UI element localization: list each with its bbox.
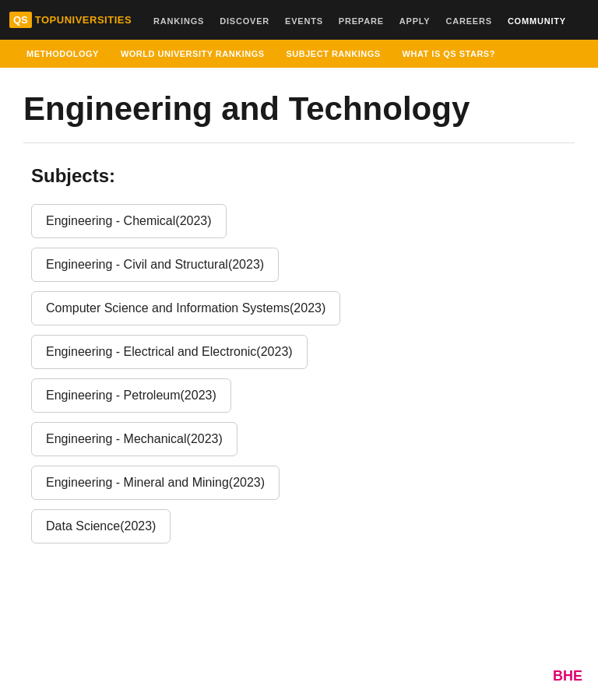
page-title: Engineering and Technology bbox=[23, 91, 575, 127]
nav-item-apply[interactable]: APPLY bbox=[392, 13, 438, 27]
nav-item-careers[interactable]: CAREERS bbox=[438, 13, 499, 27]
subject-item-mech[interactable]: Engineering - Mechanical(2023) bbox=[31, 422, 237, 456]
logo-text: TOPUNIVERSITIES bbox=[35, 14, 132, 26]
nav-item-discover[interactable]: DISCOVER bbox=[212, 13, 277, 27]
logo-universities: UNIVERSITIES bbox=[57, 14, 132, 26]
logo[interactable]: QS TOPUNIVERSITIES bbox=[9, 12, 132, 28]
subject-item-civil[interactable]: Engineering - Civil and Structural(2023) bbox=[31, 248, 279, 282]
nav-link-rankings[interactable]: RANKINGS bbox=[146, 16, 212, 26]
subnav-qs-stars[interactable]: WHAT IS QS STARS? bbox=[392, 40, 506, 68]
subject-item-petro[interactable]: Engineering - Petroleum(2023) bbox=[31, 378, 231, 413]
main-content: Engineering and Technology Subjects: Eng… bbox=[0, 68, 598, 575]
logo-top: TOP bbox=[35, 14, 57, 26]
sub-navigation: METHODOLOGY WORLD UNIVERSITY RANKINGS SU… bbox=[0, 40, 598, 68]
subnav-world-rankings[interactable]: WORLD UNIVERSITY RANKINGS bbox=[110, 40, 276, 68]
nav-link-events[interactable]: EVENTS bbox=[277, 16, 331, 26]
nav-item-events[interactable]: EVENTS bbox=[277, 13, 331, 27]
nav-link-apply[interactable]: APPLY bbox=[392, 16, 438, 26]
subnav-subject-rankings[interactable]: SUBJECT RANKINGS bbox=[276, 40, 392, 68]
subject-item-chem[interactable]: Engineering - Chemical(2023) bbox=[31, 204, 227, 238]
top-navigation: QS TOPUNIVERSITIES RANKINGS DISCOVER EVE… bbox=[0, 0, 598, 40]
subject-item-elec[interactable]: Engineering - Electrical and Electronic(… bbox=[31, 335, 308, 369]
subjects-section: Subjects: Engineering - Chemical(2023)En… bbox=[23, 165, 575, 543]
nav-link-community[interactable]: COMMUNITY bbox=[500, 16, 574, 26]
subjects-label: Subjects: bbox=[31, 165, 575, 187]
subjects-list: Engineering - Chemical(2023)Engineering … bbox=[31, 204, 575, 543]
nav-link-discover[interactable]: DISCOVER bbox=[212, 16, 277, 26]
subnav-methodology[interactable]: METHODOLOGY bbox=[16, 40, 110, 68]
watermark: BHE bbox=[553, 668, 582, 684]
divider bbox=[23, 142, 575, 143]
logo-qs: QS bbox=[9, 12, 32, 28]
nav-link-careers[interactable]: CAREERS bbox=[438, 16, 499, 26]
subject-item-cs[interactable]: Computer Science and Information Systems… bbox=[31, 291, 340, 325]
nav-item-community[interactable]: COMMUNITY bbox=[500, 13, 574, 27]
nav-link-prepare[interactable]: PREPARE bbox=[331, 16, 392, 26]
nav-menu: RANKINGS DISCOVER EVENTS PREPARE APPLY C… bbox=[146, 13, 574, 27]
subject-item-datascience[interactable]: Data Science(2023) bbox=[31, 509, 171, 543]
subject-item-mining[interactable]: Engineering - Mineral and Mining(2023) bbox=[31, 466, 280, 500]
nav-item-prepare[interactable]: PREPARE bbox=[331, 13, 392, 27]
nav-item-rankings[interactable]: RANKINGS bbox=[146, 13, 212, 27]
